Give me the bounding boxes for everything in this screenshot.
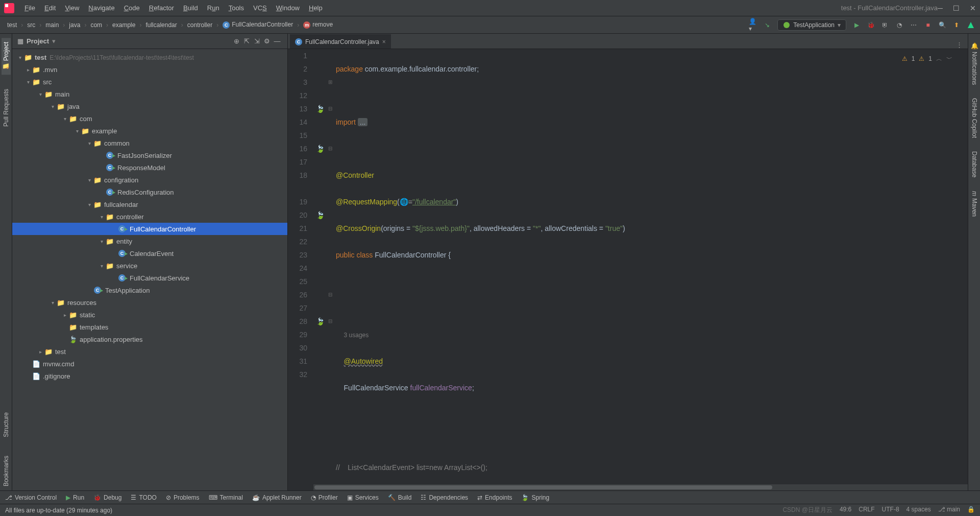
tree-responsemodel[interactable]: C▶ResponseModel xyxy=(12,161,287,174)
tool-run[interactable]: ▶Run xyxy=(66,494,84,501)
status-branch[interactable]: ⎇ main xyxy=(938,506,960,514)
tree-gitignore[interactable]: 📄.gitignore xyxy=(12,370,287,382)
menu-edit[interactable]: Edit xyxy=(40,2,60,14)
settings-gear-icon[interactable]: ⚙ xyxy=(262,37,272,45)
tool-services[interactable]: ▣Services xyxy=(347,494,379,501)
menu-tools[interactable]: Tools xyxy=(225,2,248,14)
crumb-controller[interactable]: controller xyxy=(185,21,214,29)
menu-window[interactable]: Window xyxy=(272,2,304,14)
tree-com[interactable]: ▾📁com xyxy=(12,112,287,125)
status-lock-icon[interactable]: 🔒 xyxy=(967,506,975,514)
menu-help[interactable]: Help xyxy=(305,2,327,14)
tree-java[interactable]: ▾📁java xyxy=(12,100,287,112)
menu-view[interactable]: View xyxy=(61,2,83,14)
crumb-com[interactable]: com xyxy=(88,21,104,29)
build-hammer-icon[interactable]: ↘ xyxy=(763,21,771,29)
code-content[interactable]: package com.example.fullcalendar.control… xyxy=(334,49,968,490)
project-tree[interactable]: ▾📁testE:\IdeaProjects\11Test\fullcalenda… xyxy=(12,49,287,490)
tree-configration[interactable]: ▾📁configration xyxy=(12,174,287,186)
tree-root[interactable]: ▾📁testE:\IdeaProjects\11Test\fullcalenda… xyxy=(12,51,287,63)
tool-profiler[interactable]: ◔Profiler xyxy=(311,494,338,501)
tree-main[interactable]: ▾📁main xyxy=(12,88,287,100)
search-everywhere-icon[interactable]: 🔍 xyxy=(938,21,946,29)
run-config-selector[interactable]: TestApplication ▾ xyxy=(777,19,846,31)
tool-tab-copilot[interactable]: GitHub Copilot xyxy=(970,94,979,142)
tree-calevent[interactable]: C▶CalendarEvent xyxy=(12,247,287,260)
menu-navigate[interactable]: Navigate xyxy=(84,2,118,14)
tree-testapp[interactable]: C▶TestApplication xyxy=(12,284,287,296)
horizontal-scrollbar[interactable] xyxy=(313,484,968,490)
crumb-class[interactable]: CFullCalendarController xyxy=(220,21,295,29)
tool-tab-notifications[interactable]: 🔔 Notifications xyxy=(970,38,979,89)
tree-mvnw[interactable]: 📄mvnw.cmd xyxy=(12,358,287,370)
problems-widget[interactable]: ⚠1 ⚠1 ︿﹀ xyxy=(902,52,952,65)
crumb-fullcalendar[interactable]: fullcalendar xyxy=(143,21,179,29)
crumb-java[interactable]: java xyxy=(67,21,82,29)
tree-example[interactable]: ▾📁example xyxy=(12,125,287,137)
tree-fullcalendar[interactable]: ▾📁fullcalendar xyxy=(12,198,287,210)
spring-gutter-icon[interactable]: 🍃 xyxy=(313,102,327,115)
tree-src[interactable]: ▾📁src xyxy=(12,76,287,88)
status-position[interactable]: 49:6 xyxy=(840,506,851,514)
tree-common[interactable]: ▾📁common xyxy=(12,137,287,149)
maximize-button[interactable]: ☐ xyxy=(953,4,960,12)
tool-dependencies[interactable]: ☷Dependencies xyxy=(421,494,468,501)
tree-entity[interactable]: ▾📁entity xyxy=(12,235,287,247)
tool-tab-database[interactable]: Database xyxy=(970,147,979,181)
tool-tab-project[interactable]: 📁 Project xyxy=(2,38,11,75)
close-button[interactable]: ✕ xyxy=(970,4,976,12)
tool-applet-runner[interactable]: ☕Applet Runner xyxy=(252,494,302,501)
spring-gutter-icon[interactable]: 🍃 xyxy=(313,142,327,155)
tree-fastjson[interactable]: C▶FastJsonSerializer xyxy=(12,149,287,161)
menu-file[interactable]: File xyxy=(20,2,39,14)
menu-refactor[interactable]: Refactor xyxy=(145,2,178,14)
tree-static[interactable]: ▸📁static xyxy=(12,309,287,321)
menu-code[interactable]: Code xyxy=(120,2,144,14)
crumb-main[interactable]: main xyxy=(43,21,61,29)
project-panel-title[interactable]: Project xyxy=(27,37,49,45)
tree-resources[interactable]: ▾📁resources xyxy=(12,296,287,309)
status-line-separator[interactable]: CRLF xyxy=(859,506,874,514)
close-tab-icon[interactable]: × xyxy=(382,38,386,45)
tool-debug[interactable]: 🐞Debug xyxy=(93,494,121,501)
debug-button-icon[interactable]: 🐞 xyxy=(867,21,875,29)
select-opened-file-icon[interactable]: ⊕ xyxy=(231,37,241,45)
menu-run[interactable]: Run xyxy=(203,2,224,14)
tool-todo[interactable]: ☰TODO xyxy=(131,494,156,501)
tool-version-control[interactable]: ⎇Version Control xyxy=(5,494,57,501)
tool-tab-structure[interactable]: Structure xyxy=(2,408,11,441)
tree-service[interactable]: ▾📁service xyxy=(12,260,287,272)
stop-button-icon[interactable]: ■ xyxy=(924,21,932,29)
menu-build[interactable]: Build xyxy=(179,2,202,14)
coverage-icon[interactable]: ⛨ xyxy=(881,21,889,29)
update-icon[interactable]: ⬆ xyxy=(952,21,961,29)
user-icon[interactable]: 👤▾ xyxy=(749,21,757,29)
ide-services-icon[interactable] xyxy=(967,21,975,29)
hide-panel-icon[interactable]: — xyxy=(272,37,282,45)
profile-icon[interactable]: ◔ xyxy=(895,21,903,29)
tool-spring[interactable]: 🍃Spring xyxy=(521,494,549,501)
menu-vcs[interactable]: VCS xyxy=(249,2,271,14)
attach-icon[interactable]: ⋯ xyxy=(910,21,918,29)
editor-tab-more-icon[interactable]: ⋮ xyxy=(951,41,968,49)
tool-terminal[interactable]: ⌨Terminal xyxy=(209,494,243,501)
editor-tab[interactable]: C FullCalendarController.java × xyxy=(290,34,391,49)
tree-redisconfig[interactable]: C▶RedisConfiguration xyxy=(12,186,287,198)
crumb-example[interactable]: example xyxy=(110,21,137,29)
tree-test-folder[interactable]: ▸📁test xyxy=(12,345,287,358)
tree-controller[interactable]: ▾📁controller xyxy=(12,210,287,223)
status-indent[interactable]: 4 spaces xyxy=(906,506,931,514)
crumb-test[interactable]: test xyxy=(5,21,19,29)
expand-all-icon[interactable]: ⇱ xyxy=(241,37,252,45)
tool-tab-pull-requests[interactable]: Pull Requests xyxy=(2,85,11,131)
tool-tab-maven[interactable]: m Maven xyxy=(970,187,979,221)
tool-tab-bookmarks[interactable]: Bookmarks xyxy=(2,452,11,490)
run-button-icon[interactable]: ▶ xyxy=(852,21,861,29)
spring-gutter-icon[interactable]: 🍃 xyxy=(313,315,327,328)
tool-build[interactable]: 🔨Build xyxy=(388,494,412,501)
tool-problems[interactable]: ⊘Problems xyxy=(166,494,200,501)
crumb-src[interactable]: src xyxy=(25,21,37,29)
tree-mvn[interactable]: ▸📁.mvn xyxy=(12,63,287,76)
crumb-method[interactable]: mremove xyxy=(301,21,335,29)
tree-fcs[interactable]: C▶FullCalendarService xyxy=(12,272,287,284)
